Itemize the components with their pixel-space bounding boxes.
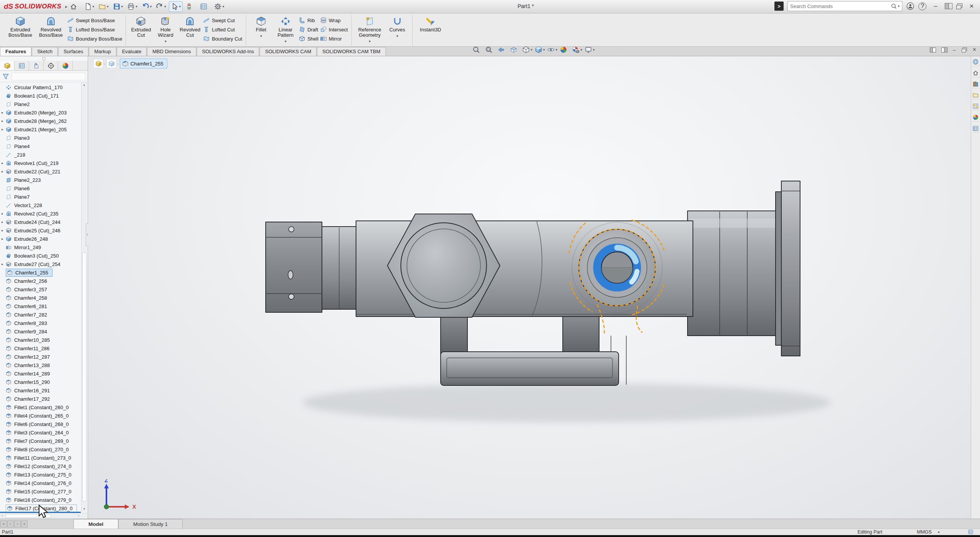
- feature-tree-item[interactable]: ▸ Extrude21 (Merge)_205: [0, 125, 88, 134]
- instant3d-button[interactable]: Instant3D: [415, 15, 446, 46]
- feature-tree-item[interactable]: ▸ Extrude26_248: [0, 235, 88, 243]
- feature-tree-item[interactable]: ▸ Chamfer4_258: [0, 294, 88, 302]
- commandmanager-tab[interactable]: Features: [0, 47, 31, 56]
- tree-vscroll-thumb[interactable]: [82, 253, 87, 501]
- revolved-boss-base-button[interactable]: Revolved Boss/Base: [36, 15, 66, 46]
- save-button[interactable]: ▾: [111, 1, 125, 12]
- hole-wizard-dropdown-icon[interactable]: ▾: [165, 39, 167, 44]
- feature-tree-item[interactable]: ▸ Chamfer16_291: [0, 386, 88, 395]
- tree-vertical-scrollbar[interactable]: ▴ ▾: [81, 82, 87, 512]
- print-button[interactable]: ▾: [126, 1, 139, 12]
- rebuild-button[interactable]: ▾: [184, 1, 197, 12]
- breadcrumb-body-icon[interactable]: [106, 59, 116, 68]
- displaymanager-tab[interactable]: [58, 61, 73, 70]
- feature-tree-item[interactable]: ▸ Circular Pattern1_170: [0, 83, 88, 91]
- feature-tree-item[interactable]: ▸ Chamfer3_257: [0, 285, 88, 294]
- tree-filter-input[interactable]: [11, 73, 85, 80]
- home-button[interactable]: ▾: [68, 1, 82, 12]
- tab-scroll-last-icon[interactable]: »: [21, 521, 28, 527]
- feature-tree-item[interactable]: ▸ Extrude20 (Merge)_203: [0, 108, 88, 117]
- view-settings-icon[interactable]: ▾: [584, 46, 596, 54]
- feature-tree-item[interactable]: ▸ Chamfer12_287: [0, 353, 88, 361]
- feature-tree-item[interactable]: ▸ Chamfer14_289: [0, 369, 88, 378]
- commandmanager-tab[interactable]: Evaluate: [117, 47, 147, 56]
- configurationmanager-tab[interactable]: [29, 61, 44, 70]
- view-palette-icon[interactable]: [972, 103, 980, 111]
- zoom-to-area-icon[interactable]: ▾: [484, 46, 496, 54]
- search-icon[interactable]: [891, 3, 897, 9]
- feature-tree-item[interactable]: ▸ Fillet6 (Constant)_268_0: [0, 420, 88, 428]
- boundary-cut-button[interactable]: Boundary Cut: [203, 35, 242, 42]
- file-explorer-icon[interactable]: [972, 92, 980, 100]
- feature-tree-item[interactable]: ▸ Plane7: [0, 193, 88, 201]
- feature-tree-item[interactable]: ▸ Extrude24 (Cut)_244: [0, 218, 88, 226]
- feature-tree-item[interactable]: ▸ Boolean3 (Cut)_250: [0, 251, 88, 260]
- shell-button[interactable]: Shell: [299, 35, 318, 42]
- feature-tree-item[interactable]: ▸ Chamfer10_285: [0, 336, 88, 344]
- tab-scroll-prev-icon[interactable]: ‹: [7, 521, 14, 527]
- apply-scene-icon[interactable]: ▾: [571, 46, 583, 54]
- split-view-button[interactable]: [945, 3, 952, 9]
- feature-tree-item[interactable]: ▸ Chamfer6_281: [0, 302, 88, 310]
- hole-wizard-button[interactable]: Hole Wizard ▾: [153, 15, 178, 46]
- dimxpertmanager-tab[interactable]: [44, 61, 58, 70]
- commandmanager-tab[interactable]: Markup: [89, 47, 116, 56]
- panel-width-handle[interactable]: [0, 56, 88, 61]
- curves-button[interactable]: Curves ▾: [385, 15, 410, 46]
- featuremanager-tab[interactable]: [0, 61, 15, 70]
- swept-cut-button[interactable]: Swept Cut: [203, 16, 242, 24]
- extruded-boss-base-button[interactable]: Extruded Boss/Base: [5, 15, 36, 46]
- search-input[interactable]: [790, 3, 891, 9]
- commandmanager-tab[interactable]: SOLIDWORKS Add-Ins: [197, 47, 260, 56]
- solidworks-resources-icon[interactable]: [972, 59, 980, 66]
- feature-tree-item[interactable]: ▸ Fillet4 (Constant)_265_0: [0, 411, 88, 420]
- curves-dropdown-icon[interactable]: ▾: [396, 33, 398, 39]
- feature-tree-item[interactable]: ▸ Chamfer7_282: [0, 310, 88, 319]
- feature-tree-item[interactable]: ▸ Chamfer2_256: [0, 277, 88, 285]
- extruded-cut-button[interactable]: Extruded Cut: [129, 15, 153, 46]
- feature-tree-item[interactable]: ▸ Fillet7 (Constant)_269_0: [0, 437, 88, 445]
- fillet-dropdown-icon[interactable]: ▾: [260, 33, 262, 39]
- hide-show-items-icon[interactable]: ▾: [546, 46, 558, 54]
- doc-minimize-button[interactable]: –: [953, 47, 956, 53]
- new-button[interactable]: ▾: [83, 1, 96, 12]
- feature-tree-item[interactable]: ▸ Fillet3 (Constant)_264_0: [0, 428, 88, 437]
- status-custom-properties-icon[interactable]: [968, 529, 973, 535]
- collapse-pane-right-icon[interactable]: [941, 47, 947, 52]
- feature-tree-item[interactable]: ▸ Chamfer8_283: [0, 319, 88, 327]
- feature-tree-item[interactable]: ▸ Fillet8 (Constant)_270_0: [0, 445, 88, 454]
- reference-geometry-button[interactable]: Reference Geometry ▾: [354, 15, 385, 46]
- appearances-icon[interactable]: [972, 114, 980, 122]
- commandmanager-tab[interactable]: Sketch: [32, 47, 58, 56]
- feature-tree-item[interactable]: ▸ Extrude28 (Merge)_262: [0, 117, 88, 125]
- units-dropdown-icon[interactable]: ▴: [938, 530, 940, 534]
- feature-tree-item[interactable]: ▸ Extrude25 (Cut)_246: [0, 226, 88, 235]
- feature-tree-item[interactable]: ▸ Mirror1_249: [0, 243, 88, 251]
- model-3d-view[interactable]: [88, 56, 971, 519]
- feature-tree-item[interactable]: ▸ Extrude27 (Cut)_254: [0, 260, 88, 268]
- feature-tree-item[interactable]: ▸ Plane4: [0, 142, 88, 150]
- feature-tree-item[interactable]: ▸ Revolve2 (Cut)_235: [0, 209, 88, 218]
- rib-button[interactable]: Rib: [299, 16, 318, 24]
- feature-tree-item[interactable]: ▸ Chamfer13_288: [0, 361, 88, 369]
- scroll-left-icon[interactable]: ‹: [2, 514, 3, 517]
- feature-tree-item[interactable]: ▸ Fillet14 (Constant)_276_0: [0, 479, 88, 487]
- scroll-down-icon[interactable]: ▾: [82, 506, 87, 512]
- close-button[interactable]: ×: [966, 2, 977, 10]
- select-button[interactable]: ▾: [169, 1, 183, 12]
- open-button[interactable]: ▾: [97, 1, 110, 12]
- feature-tree-item[interactable]: ▸ Revolve1 (Cut)_219: [0, 159, 88, 167]
- boundary-boss-base-button[interactable]: Boundary Boss/Base: [67, 35, 122, 42]
- commandmanager-tab[interactable]: SOLIDWORKS CAM: [260, 47, 317, 56]
- lofted-boss-base-button[interactable]: Lofted Boss/Base: [67, 26, 122, 33]
- redo-button[interactable]: ▾: [154, 1, 168, 12]
- revolved-cut-button[interactable]: Revolved Cut: [178, 15, 202, 46]
- menu-flyout-arrow[interactable]: ▸: [65, 4, 67, 9]
- reference-geometry-dropdown-icon[interactable]: ▾: [369, 39, 371, 44]
- feature-tree-item[interactable]: ▸ Vector1_228: [0, 201, 88, 209]
- filter-funnel-icon[interactable]: [2, 73, 9, 80]
- search-commands-box[interactable]: ▾: [787, 1, 902, 11]
- feature-tree-item[interactable]: ▸ Extrude22 (Cut)_221: [0, 167, 88, 176]
- feature-tree-item[interactable]: ▸ Fillet16 (Constant)_279_0: [0, 496, 88, 504]
- minimize-button[interactable]: –: [930, 3, 941, 10]
